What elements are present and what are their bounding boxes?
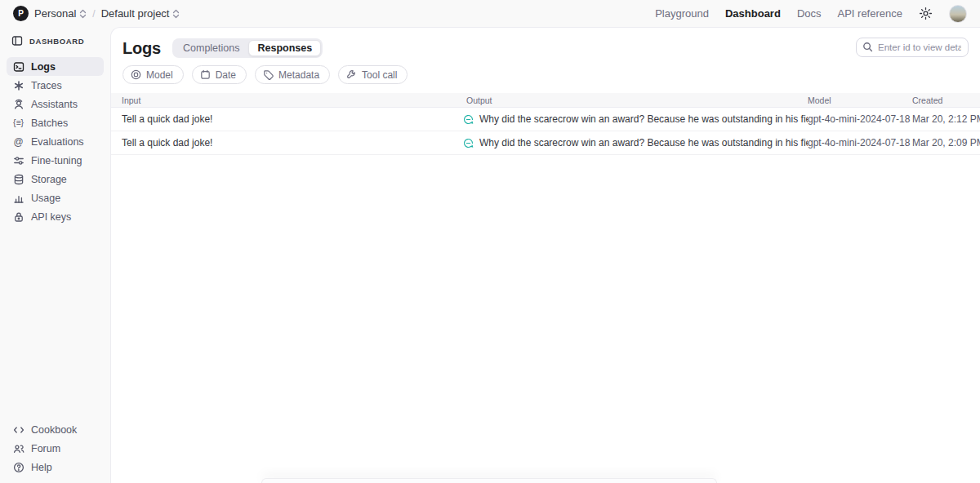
- bottom-panel-peek[interactable]: [261, 478, 717, 483]
- sidebar-item-label: Batches: [31, 117, 68, 129]
- sidebar-item-batches[interactable]: {≡} Batches: [7, 113, 104, 132]
- top-bar: P Personal / Default project Playground …: [0, 0, 980, 27]
- sidebar-header-label: DASHBOARD: [29, 37, 84, 46]
- column-header-input: Input: [111, 95, 463, 105]
- people-icon: [12, 443, 24, 454]
- filter-date[interactable]: Date: [192, 65, 247, 84]
- chevron-updown-icon: [79, 9, 87, 19]
- sidebar-item-evaluations[interactable]: @ Evaluations: [7, 132, 104, 151]
- sidebar: DASHBOARD Logs Traces Assistants {≡} Bat…: [0, 27, 110, 483]
- nav-api-reference[interactable]: API reference: [838, 7, 903, 20]
- row-created: Mar 20, 2:09 PM: [912, 137, 980, 148]
- main-panel: Logs Completions Responses Mod: [110, 27, 980, 483]
- sidebar-item-usage[interactable]: Usage: [7, 188, 104, 207]
- wrench-icon: [346, 69, 357, 80]
- bar-chart-icon: [12, 193, 24, 204]
- gear-icon[interactable]: [919, 7, 933, 20]
- terminal-icon: [12, 61, 24, 73]
- sidebar-item-traces[interactable]: Traces: [7, 76, 104, 95]
- assistant-message-icon: [463, 114, 474, 125]
- sidebar-item-fine-tuning[interactable]: Fine-tuning: [7, 151, 104, 170]
- model-icon: [131, 69, 141, 80]
- chevron-updown-icon: [172, 9, 180, 19]
- table-row[interactable]: Tell a quick dad joke! Why did the scare…: [111, 108, 980, 131]
- breadcrumb: P Personal / Default project: [13, 6, 180, 21]
- page-title: Logs: [122, 39, 161, 58]
- filter-metadata[interactable]: Metadata: [255, 65, 330, 84]
- row-input: Tell a quick dad joke!: [111, 113, 463, 125]
- top-nav: Playground Dashboard Docs API reference: [655, 5, 967, 23]
- row-model: gpt-4o-mini-2024-07-18: [808, 137, 912, 148]
- sidebar-item-label: Evaluations: [31, 136, 84, 148]
- row-output: Why did the scarecrow win an award? Beca…: [479, 137, 808, 148]
- logs-tab-group: Completions Responses: [172, 38, 323, 58]
- filter-label: Date: [216, 69, 236, 81]
- nav-playground[interactable]: Playground: [655, 7, 709, 20]
- sidebar-item-label: Storage: [31, 174, 67, 185]
- sidebar-item-label: Cookbook: [31, 424, 77, 436]
- row-model: gpt-4o-mini-2024-07-18: [808, 113, 912, 125]
- assistant-message-icon: [463, 138, 474, 148]
- sidebar-item-label: Fine-tuning: [31, 155, 82, 166]
- sidebar-item-label: Forum: [31, 443, 60, 454]
- sidebar-item-label: Usage: [31, 193, 60, 204]
- project-name: Default project: [101, 7, 170, 20]
- sidebar-item-assistants[interactable]: Assistants: [7, 95, 104, 113]
- breadcrumb-separator: /: [92, 8, 95, 20]
- database-icon: [12, 174, 24, 185]
- sidebar-item-cookbook[interactable]: Cookbook: [7, 420, 104, 439]
- nav-dashboard[interactable]: Dashboard: [725, 7, 781, 20]
- sidebar-item-label: Logs: [31, 61, 56, 73]
- org-switcher[interactable]: Personal: [34, 7, 87, 20]
- sidebar-item-help[interactable]: Help: [7, 458, 104, 476]
- column-header-created: Created: [912, 95, 980, 105]
- batches-icon: {≡}: [12, 118, 24, 127]
- column-header-model: Model: [808, 95, 912, 105]
- tab-responses[interactable]: Responses: [248, 40, 321, 56]
- id-search: [856, 38, 969, 57]
- logs-table: Input Output Model Created Tell a quick …: [111, 93, 980, 155]
- org-name: Personal: [34, 7, 76, 20]
- row-input: Tell a quick dad joke!: [111, 137, 463, 148]
- table-header: Input Output Model Created: [111, 93, 980, 108]
- sidebar-item-label: API keys: [31, 211, 71, 223]
- row-created: Mar 20, 2:12 PM: [912, 113, 980, 125]
- sidebar-item-label: Help: [31, 462, 52, 473]
- column-header-output: Output: [463, 95, 808, 105]
- user-avatar[interactable]: [949, 5, 967, 23]
- sidebar-item-logs[interactable]: Logs: [7, 57, 104, 76]
- sidebar-item-storage[interactable]: Storage: [7, 170, 104, 188]
- filter-tool-call[interactable]: Tool call: [338, 65, 408, 84]
- project-switcher[interactable]: Default project: [101, 7, 180, 20]
- search-input[interactable]: [856, 38, 969, 57]
- assistant-icon: [12, 99, 24, 110]
- code-icon: [12, 424, 24, 436]
- org-avatar[interactable]: P: [13, 6, 29, 21]
- sidebar-item-label: Assistants: [31, 99, 78, 110]
- lock-icon: [12, 211, 24, 223]
- filter-row: Model Date Metadata: [122, 65, 969, 84]
- filter-label: Tool call: [362, 69, 397, 81]
- sidebar-footer: Cookbook Forum Help: [7, 420, 104, 476]
- tab-completions[interactable]: Completions: [174, 40, 248, 56]
- nav-docs[interactable]: Docs: [797, 7, 822, 20]
- sidebar-item-api-keys[interactable]: API keys: [7, 207, 104, 226]
- sidebar-item-forum[interactable]: Forum: [7, 439, 104, 458]
- calendar-icon: [200, 69, 211, 80]
- logs-header: Logs Completions Responses Mod: [111, 28, 980, 84]
- filter-label: Metadata: [278, 69, 319, 81]
- row-output: Why did the scarecrow win an award? Beca…: [479, 113, 808, 125]
- sidebar-dashboard-header[interactable]: DASHBOARD: [7, 35, 104, 47]
- sliders-icon: [12, 155, 24, 166]
- filter-model[interactable]: Model: [122, 65, 184, 84]
- table-row[interactable]: Tell a quick dad joke! Why did the scare…: [111, 131, 980, 155]
- help-icon: [12, 462, 24, 473]
- filter-label: Model: [146, 69, 173, 81]
- traces-icon: [12, 80, 24, 91]
- sidebar-item-label: Traces: [31, 80, 62, 91]
- sidebar-toggle-icon: [11, 35, 23, 47]
- evaluations-icon: @: [12, 137, 24, 147]
- tag-icon: [263, 69, 274, 80]
